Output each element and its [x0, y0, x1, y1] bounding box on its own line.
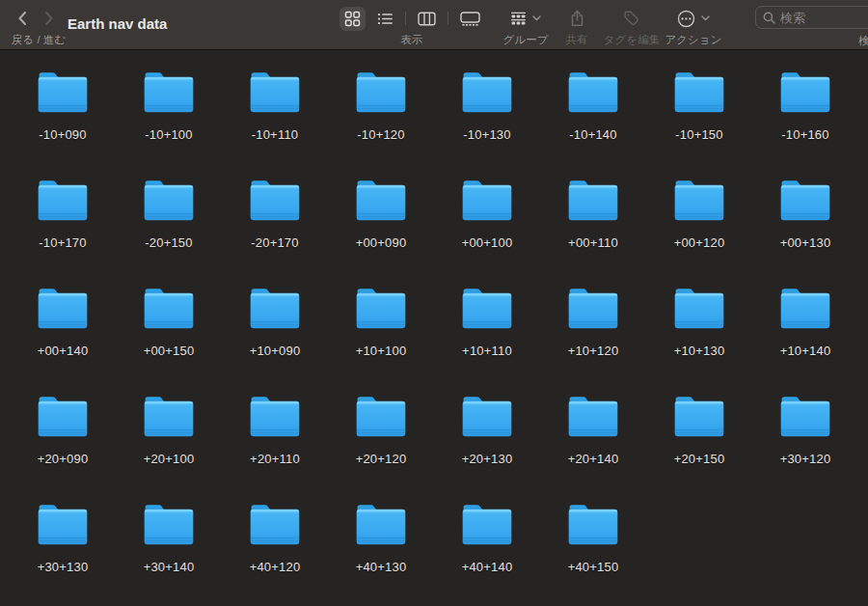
- folder-icon: [247, 69, 303, 115]
- folder-item[interactable]: +10+120: [540, 278, 646, 386]
- folder-icon: [353, 69, 409, 115]
- folder-name: -10+090: [39, 127, 86, 142]
- folder-item[interactable]: -20+150: [116, 170, 222, 278]
- folder-icon: [141, 286, 197, 331]
- finder-window: 戻る / 進む Earth nav data: [0, 0, 868, 606]
- folder-name: +20+130: [462, 452, 513, 466]
- folder-item[interactable]: +30+130: [10, 494, 116, 602]
- folder-icon: [565, 69, 621, 115]
- list-view-button[interactable]: [372, 8, 398, 30]
- folder-item[interactable]: +10+140: [752, 278, 858, 386]
- folder-item[interactable]: +20+130: [434, 386, 540, 494]
- folder-name: -10+100: [145, 127, 192, 142]
- folder-item[interactable]: -10+120: [328, 62, 434, 170]
- folder-item[interactable]: -10+110: [222, 62, 328, 170]
- folder-name: +10+140: [780, 344, 831, 358]
- folder-item[interactable]: -10+170: [10, 170, 116, 278]
- folder-item[interactable]: +00+100: [434, 170, 540, 278]
- folder-item[interactable]: -20+170: [222, 170, 328, 278]
- search-field[interactable]: [755, 6, 868, 29]
- folder-item[interactable]: +20+090: [10, 386, 116, 494]
- folder-item[interactable]: +00+110: [540, 170, 646, 278]
- folder-icon: [247, 502, 303, 547]
- folder-icon: [671, 394, 727, 439]
- action-button[interactable]: アクション: [658, 6, 729, 47]
- edit-tags-label: タグを編集: [604, 33, 660, 47]
- column-view-button[interactable]: [413, 8, 441, 30]
- folder-icon: [247, 394, 303, 439]
- folder-name: +20+140: [568, 452, 619, 466]
- folder-icon: [671, 69, 727, 115]
- folder-icon: [777, 286, 833, 331]
- folder-view: -10+090 -10+100 -10+110 -10+120 -10+130 …: [0, 50, 868, 606]
- column-view-icon: [418, 12, 436, 26]
- folder-item[interactable]: +10+090: [222, 278, 328, 386]
- folder-name: -20+170: [251, 235, 298, 250]
- folder-item[interactable]: +00+120: [646, 170, 752, 278]
- folder-icon: [247, 178, 303, 223]
- folder-item[interactable]: -10+140: [540, 62, 646, 170]
- back-button[interactable]: [15, 10, 29, 27]
- chevron-left-icon: [20, 13, 26, 24]
- folder-item[interactable]: -10+090: [10, 62, 116, 170]
- folder-item[interactable]: +00+130: [752, 170, 858, 278]
- gallery-view-icon: [460, 12, 480, 26]
- folder-item[interactable]: +20+100: [116, 386, 222, 494]
- folder-icon: [353, 394, 409, 439]
- folder-name: -10+170: [39, 235, 86, 250]
- folder-item[interactable]: +40+150: [540, 494, 646, 602]
- folder-item[interactable]: +00+140: [10, 278, 116, 386]
- folder-name: +20+090: [38, 452, 89, 466]
- chevron-down-icon: [701, 15, 710, 21]
- folder-item[interactable]: +10+110: [434, 278, 540, 386]
- folder-item[interactable]: +30+120: [752, 386, 858, 494]
- folder-name: +40+150: [568, 560, 619, 574]
- chevron-down-icon: [532, 15, 541, 21]
- view-label: 表示: [401, 33, 423, 47]
- gallery-view-button[interactable]: [455, 8, 485, 30]
- folder-name: +10+120: [568, 344, 619, 358]
- folder-item[interactable]: +20+150: [646, 386, 752, 494]
- folder-name: +10+100: [356, 344, 407, 358]
- folder-item[interactable]: +30+140: [116, 494, 222, 602]
- folder-icon: [777, 69, 833, 115]
- folder-icon: [459, 69, 515, 115]
- folder-icon: [459, 502, 515, 547]
- folder-item[interactable]: +20+140: [540, 386, 646, 494]
- folder-name: +00+090: [356, 235, 407, 250]
- folder-name: +00+120: [674, 235, 725, 250]
- group-label: グループ: [503, 33, 549, 47]
- folder-item[interactable]: +10+130: [646, 278, 752, 386]
- folder-item[interactable]: -10+130: [434, 62, 540, 170]
- search-input[interactable]: [780, 11, 868, 25]
- folder-name: +00+140: [38, 344, 89, 358]
- folder-name: -10+130: [463, 127, 510, 142]
- folder-icon: [141, 502, 197, 547]
- folder-item[interactable]: +00+090: [328, 170, 434, 278]
- folder-icon: [459, 394, 515, 439]
- folder-item[interactable]: +20+120: [328, 386, 434, 494]
- folder-item[interactable]: -10+100: [116, 62, 222, 170]
- folder-item[interactable]: -10+160: [752, 62, 858, 170]
- nav-buttons: 戻る / 進む: [12, 6, 66, 47]
- forward-button[interactable]: [42, 10, 56, 27]
- folder-item[interactable]: +40+140: [434, 494, 540, 602]
- folder-icon: [35, 69, 91, 115]
- folder-name: +30+140: [144, 560, 195, 574]
- folder-name: +20+110: [250, 452, 300, 466]
- group-by-icon: [510, 12, 527, 26]
- folder-item[interactable]: -10+150: [646, 62, 752, 170]
- folder-icon: [141, 178, 197, 223]
- folder-name: +20+150: [674, 452, 725, 466]
- folder-item[interactable]: +40+130: [328, 494, 434, 602]
- folder-item[interactable]: +00+150: [116, 278, 222, 386]
- grid-view-button[interactable]: [339, 7, 366, 31]
- folder-item[interactable]: +10+100: [328, 278, 434, 386]
- folder-item[interactable]: +40+120: [222, 494, 328, 602]
- folder-name: -10+150: [675, 127, 722, 142]
- folder-name: +40+130: [356, 560, 407, 574]
- folder-icon: [671, 286, 727, 331]
- folder-icon: [565, 178, 621, 223]
- folder-icon: [35, 502, 91, 547]
- folder-item[interactable]: +20+110: [222, 386, 328, 494]
